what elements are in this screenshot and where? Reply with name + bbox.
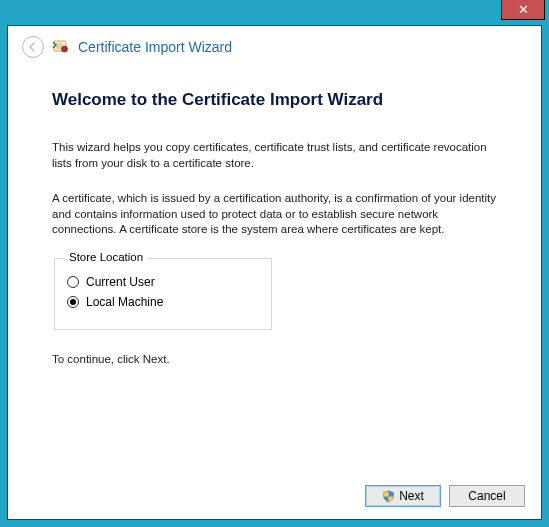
- cancel-button[interactable]: Cancel: [449, 485, 525, 507]
- page-title: Welcome to the Certificate Import Wizard: [52, 90, 497, 110]
- svg-point-1: [62, 46, 68, 52]
- store-location-group: Store Location Current User Local Machin…: [54, 258, 272, 330]
- next-button-label: Next: [399, 489, 424, 503]
- radio-label: Current User: [86, 275, 155, 289]
- next-button[interactable]: Next: [365, 485, 441, 507]
- radio-selected-dot-icon: [70, 299, 76, 305]
- store-location-legend: Store Location: [65, 251, 147, 263]
- titlebar: ✕: [0, 0, 549, 25]
- close-button[interactable]: ✕: [501, 0, 545, 20]
- back-button[interactable]: [22, 36, 44, 58]
- wizard-header: Certificate Import Wizard: [8, 26, 541, 72]
- radio-icon: [67, 276, 79, 288]
- back-arrow-icon: [28, 42, 38, 52]
- wizard-header-title: Certificate Import Wizard: [78, 39, 232, 55]
- intro-paragraph-1: This wizard helps you copy certificates,…: [52, 140, 497, 171]
- radio-icon: [67, 296, 79, 308]
- wizard-footer: Next Cancel: [365, 485, 525, 507]
- radio-label: Local Machine: [86, 295, 163, 309]
- wizard-content: Welcome to the Certificate Import Wizard…: [8, 72, 541, 367]
- radio-current-user[interactable]: Current User: [67, 275, 259, 289]
- continue-hint: To continue, click Next.: [52, 352, 497, 368]
- radio-local-machine[interactable]: Local Machine: [67, 295, 259, 309]
- uac-shield-icon: [382, 490, 395, 503]
- dialog-body: Certificate Import Wizard Welcome to the…: [7, 25, 542, 520]
- window-frame: ✕ Certificate Import Wizard Welcome to t: [0, 0, 549, 527]
- close-icon: ✕: [518, 2, 529, 17]
- certificate-icon: [52, 38, 70, 56]
- intro-paragraph-2: A certificate, which is issued by a cert…: [52, 191, 497, 238]
- cancel-button-label: Cancel: [468, 489, 505, 503]
